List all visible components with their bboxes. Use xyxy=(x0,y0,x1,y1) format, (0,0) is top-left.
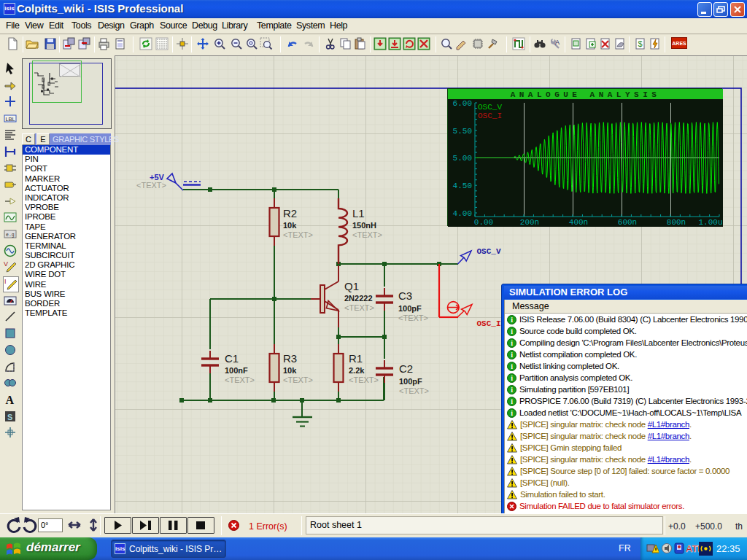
svg-text:10k: 10k xyxy=(283,221,297,230)
svg-text:<TEXT>: <TEXT> xyxy=(344,303,374,312)
svg-text:4.50: 4.50 xyxy=(453,182,472,190)
svg-text:V: V xyxy=(4,260,8,268)
svg-text:R1: R1 xyxy=(349,352,363,365)
svg-text:400n: 400n xyxy=(569,218,588,227)
svg-text:LBL: LBL xyxy=(5,116,15,122)
svg-text:6.00: 6.00 xyxy=(453,99,472,108)
svg-text:5.50: 5.50 xyxy=(453,127,472,136)
svg-text:ANALOGUE ANALYSIS: ANALOGUE ANALYSIS xyxy=(511,90,661,99)
svg-text:<TEXT>: <TEXT> xyxy=(283,230,313,239)
svg-text:100nF: 100nF xyxy=(225,366,248,375)
svg-text:<TEXT>: <TEXT> xyxy=(399,386,429,395)
svg-text:4.00: 4.00 xyxy=(453,209,472,218)
svg-text:0.00: 0.00 xyxy=(474,218,493,227)
svg-text:ATI: ATI xyxy=(686,543,700,554)
svg-text:L1: L1 xyxy=(352,207,365,219)
svg-text:A: A xyxy=(555,39,560,46)
svg-text:OSC_I: OSC_I xyxy=(478,112,502,120)
svg-text:<TEXT>: <TEXT> xyxy=(283,376,313,384)
svg-text:$: $ xyxy=(638,39,643,48)
svg-text:100pF: 100pF xyxy=(399,377,422,386)
svg-text:OSC_I: OSC_I xyxy=(477,319,501,328)
svg-text:<TEXT>: <TEXT> xyxy=(136,181,166,190)
svg-text:2.2k: 2.2k xyxy=(349,366,365,375)
svg-text:150nH: 150nH xyxy=(352,221,376,230)
svg-text:<TEXT>: <TEXT> xyxy=(398,314,428,322)
svg-text:800n: 800n xyxy=(667,218,686,227)
svg-text:100pF: 100pF xyxy=(398,304,422,313)
svg-text:OSC_V: OSC_V xyxy=(478,103,502,112)
svg-text:600n: 600n xyxy=(618,218,637,227)
svg-text:2N2222: 2N2222 xyxy=(344,294,373,303)
svg-text:Q1: Q1 xyxy=(344,280,359,292)
svg-text:10k: 10k xyxy=(283,366,297,375)
svg-text:<TEXT>: <TEXT> xyxy=(352,230,382,239)
svg-text:e.g: e.g xyxy=(6,233,15,238)
svg-text:S: S xyxy=(7,413,12,421)
svg-text:C2: C2 xyxy=(399,362,413,375)
svg-text:R3: R3 xyxy=(283,352,297,365)
svg-text:A: A xyxy=(6,394,15,406)
svg-text:200n: 200n xyxy=(520,218,539,227)
svg-text:C3: C3 xyxy=(398,289,412,302)
svg-text:I: I xyxy=(4,278,7,285)
svg-text:1.00u: 1.00u xyxy=(698,218,722,227)
svg-text:<TEXT>: <TEXT> xyxy=(349,376,379,384)
svg-text:R2: R2 xyxy=(283,207,297,219)
svg-text:OSC_V: OSC_V xyxy=(477,247,501,256)
svg-text:5.00: 5.00 xyxy=(453,154,472,163)
svg-text:<TEXT>: <TEXT> xyxy=(225,376,255,384)
svg-text:C1: C1 xyxy=(225,352,239,365)
